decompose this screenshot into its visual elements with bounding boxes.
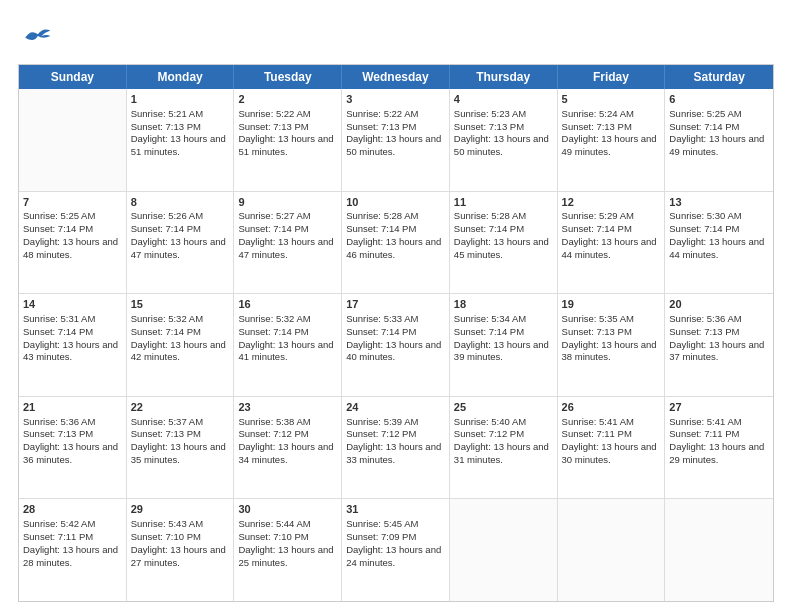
- daylight-text: Daylight: 13 hours and 36 minutes.: [23, 441, 122, 467]
- day-cell-6: 6Sunrise: 5:25 AMSunset: 7:14 PMDaylight…: [665, 89, 773, 191]
- sunrise-text: Sunrise: 5:35 AM: [562, 313, 661, 326]
- day-number: 21: [23, 400, 122, 415]
- sunset-text: Sunset: 7:13 PM: [562, 121, 661, 134]
- sunset-text: Sunset: 7:13 PM: [131, 121, 230, 134]
- sunrise-text: Sunrise: 5:41 AM: [669, 416, 769, 429]
- sunrise-text: Sunrise: 5:33 AM: [346, 313, 445, 326]
- day-cell-22: 22Sunrise: 5:37 AMSunset: 7:13 PMDayligh…: [127, 397, 235, 499]
- day-number: 25: [454, 400, 553, 415]
- sunrise-text: Sunrise: 5:25 AM: [669, 108, 769, 121]
- day-header-sunday: Sunday: [19, 65, 127, 89]
- day-number: 5: [562, 92, 661, 107]
- sunset-text: Sunset: 7:14 PM: [238, 223, 337, 236]
- day-number: 13: [669, 195, 769, 210]
- daylight-text: Daylight: 13 hours and 35 minutes.: [131, 441, 230, 467]
- page: SundayMondayTuesdayWednesdayThursdayFrid…: [0, 0, 792, 612]
- calendar-body: 1Sunrise: 5:21 AMSunset: 7:13 PMDaylight…: [19, 89, 773, 601]
- day-cell-2: 2Sunrise: 5:22 AMSunset: 7:13 PMDaylight…: [234, 89, 342, 191]
- daylight-text: Daylight: 13 hours and 43 minutes.: [23, 339, 122, 365]
- sunset-text: Sunset: 7:13 PM: [669, 326, 769, 339]
- day-number: 10: [346, 195, 445, 210]
- sunset-text: Sunset: 7:14 PM: [23, 223, 122, 236]
- sunrise-text: Sunrise: 5:36 AM: [23, 416, 122, 429]
- day-number: 1: [131, 92, 230, 107]
- day-cell-3: 3Sunrise: 5:22 AMSunset: 7:13 PMDaylight…: [342, 89, 450, 191]
- daylight-text: Daylight: 13 hours and 24 minutes.: [346, 544, 445, 570]
- header: [18, 18, 774, 54]
- daylight-text: Daylight: 13 hours and 44 minutes.: [669, 236, 769, 262]
- day-cell-13: 13Sunrise: 5:30 AMSunset: 7:14 PMDayligh…: [665, 192, 773, 294]
- daylight-text: Daylight: 13 hours and 44 minutes.: [562, 236, 661, 262]
- sunset-text: Sunset: 7:14 PM: [131, 326, 230, 339]
- calendar-header: SundayMondayTuesdayWednesdayThursdayFrid…: [19, 65, 773, 89]
- calendar-week-3: 14Sunrise: 5:31 AMSunset: 7:14 PMDayligh…: [19, 294, 773, 397]
- daylight-text: Daylight: 13 hours and 40 minutes.: [346, 339, 445, 365]
- calendar-week-5: 28Sunrise: 5:42 AMSunset: 7:11 PMDayligh…: [19, 499, 773, 601]
- sunrise-text: Sunrise: 5:34 AM: [454, 313, 553, 326]
- daylight-text: Daylight: 13 hours and 34 minutes.: [238, 441, 337, 467]
- sunset-text: Sunset: 7:11 PM: [562, 428, 661, 441]
- sunset-text: Sunset: 7:11 PM: [669, 428, 769, 441]
- day-cell-20: 20Sunrise: 5:36 AMSunset: 7:13 PMDayligh…: [665, 294, 773, 396]
- daylight-text: Daylight: 13 hours and 25 minutes.: [238, 544, 337, 570]
- daylight-text: Daylight: 13 hours and 39 minutes.: [454, 339, 553, 365]
- day-cell-8: 8Sunrise: 5:26 AMSunset: 7:14 PMDaylight…: [127, 192, 235, 294]
- daylight-text: Daylight: 13 hours and 45 minutes.: [454, 236, 553, 262]
- day-number: 11: [454, 195, 553, 210]
- day-number: 14: [23, 297, 122, 312]
- day-cell-23: 23Sunrise: 5:38 AMSunset: 7:12 PMDayligh…: [234, 397, 342, 499]
- day-cell-4: 4Sunrise: 5:23 AMSunset: 7:13 PMDaylight…: [450, 89, 558, 191]
- day-cell-7: 7Sunrise: 5:25 AMSunset: 7:14 PMDaylight…: [19, 192, 127, 294]
- sunrise-text: Sunrise: 5:22 AM: [346, 108, 445, 121]
- day-number: 24: [346, 400, 445, 415]
- sunset-text: Sunset: 7:13 PM: [131, 428, 230, 441]
- sunset-text: Sunset: 7:11 PM: [23, 531, 122, 544]
- daylight-text: Daylight: 13 hours and 31 minutes.: [454, 441, 553, 467]
- day-number: 31: [346, 502, 445, 517]
- sunrise-text: Sunrise: 5:39 AM: [346, 416, 445, 429]
- sunset-text: Sunset: 7:14 PM: [669, 223, 769, 236]
- sunset-text: Sunset: 7:14 PM: [669, 121, 769, 134]
- sunrise-text: Sunrise: 5:28 AM: [454, 210, 553, 223]
- sunrise-text: Sunrise: 5:23 AM: [454, 108, 553, 121]
- day-header-thursday: Thursday: [450, 65, 558, 89]
- daylight-text: Daylight: 13 hours and 51 minutes.: [131, 133, 230, 159]
- day-cell-9: 9Sunrise: 5:27 AMSunset: 7:14 PMDaylight…: [234, 192, 342, 294]
- day-number: 20: [669, 297, 769, 312]
- sunset-text: Sunset: 7:12 PM: [454, 428, 553, 441]
- sunrise-text: Sunrise: 5:37 AM: [131, 416, 230, 429]
- daylight-text: Daylight: 13 hours and 33 minutes.: [346, 441, 445, 467]
- day-number: 26: [562, 400, 661, 415]
- day-number: 23: [238, 400, 337, 415]
- sunrise-text: Sunrise: 5:44 AM: [238, 518, 337, 531]
- sunset-text: Sunset: 7:12 PM: [346, 428, 445, 441]
- day-cell-12: 12Sunrise: 5:29 AMSunset: 7:14 PMDayligh…: [558, 192, 666, 294]
- daylight-text: Daylight: 13 hours and 46 minutes.: [346, 236, 445, 262]
- day-number: 18: [454, 297, 553, 312]
- calendar-week-1: 1Sunrise: 5:21 AMSunset: 7:13 PMDaylight…: [19, 89, 773, 192]
- daylight-text: Daylight: 13 hours and 50 minutes.: [346, 133, 445, 159]
- calendar: SundayMondayTuesdayWednesdayThursdayFrid…: [18, 64, 774, 602]
- daylight-text: Daylight: 13 hours and 49 minutes.: [669, 133, 769, 159]
- day-cell-21: 21Sunrise: 5:36 AMSunset: 7:13 PMDayligh…: [19, 397, 127, 499]
- day-header-monday: Monday: [127, 65, 235, 89]
- sunrise-text: Sunrise: 5:26 AM: [131, 210, 230, 223]
- day-cell-25: 25Sunrise: 5:40 AMSunset: 7:12 PMDayligh…: [450, 397, 558, 499]
- sunrise-text: Sunrise: 5:31 AM: [23, 313, 122, 326]
- sunset-text: Sunset: 7:14 PM: [562, 223, 661, 236]
- day-cell-1: 1Sunrise: 5:21 AMSunset: 7:13 PMDaylight…: [127, 89, 235, 191]
- day-number: 12: [562, 195, 661, 210]
- day-number: 30: [238, 502, 337, 517]
- day-cell-29: 29Sunrise: 5:43 AMSunset: 7:10 PMDayligh…: [127, 499, 235, 601]
- day-number: 4: [454, 92, 553, 107]
- sunset-text: Sunset: 7:10 PM: [131, 531, 230, 544]
- sunset-text: Sunset: 7:10 PM: [238, 531, 337, 544]
- calendar-week-4: 21Sunrise: 5:36 AMSunset: 7:13 PMDayligh…: [19, 397, 773, 500]
- daylight-text: Daylight: 13 hours and 50 minutes.: [454, 133, 553, 159]
- sunrise-text: Sunrise: 5:29 AM: [562, 210, 661, 223]
- day-cell-16: 16Sunrise: 5:32 AMSunset: 7:14 PMDayligh…: [234, 294, 342, 396]
- day-header-saturday: Saturday: [665, 65, 773, 89]
- daylight-text: Daylight: 13 hours and 38 minutes.: [562, 339, 661, 365]
- day-number: 6: [669, 92, 769, 107]
- daylight-text: Daylight: 13 hours and 49 minutes.: [562, 133, 661, 159]
